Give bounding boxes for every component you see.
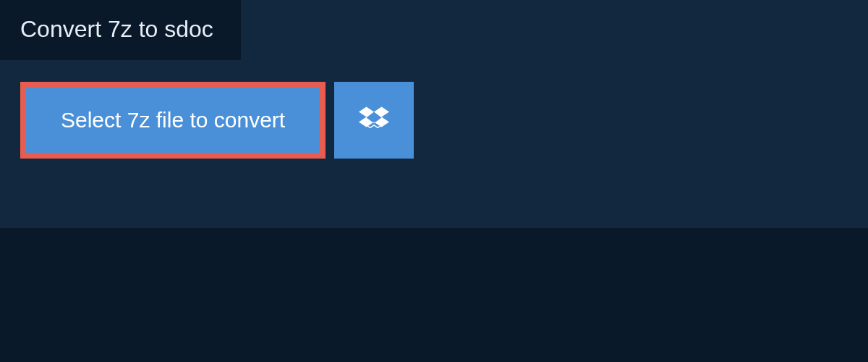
select-file-button[interactable]: Select 7z file to convert [20, 82, 326, 159]
page-title: Convert 7z to sdoc [0, 0, 241, 60]
dropbox-button[interactable] [334, 82, 414, 159]
dropbox-icon [359, 104, 389, 137]
select-file-label: Select 7z file to convert [61, 108, 285, 132]
action-area: Select 7z file to convert [0, 60, 868, 180]
converter-panel: Convert 7z to sdoc Select 7z file to con… [0, 0, 868, 228]
